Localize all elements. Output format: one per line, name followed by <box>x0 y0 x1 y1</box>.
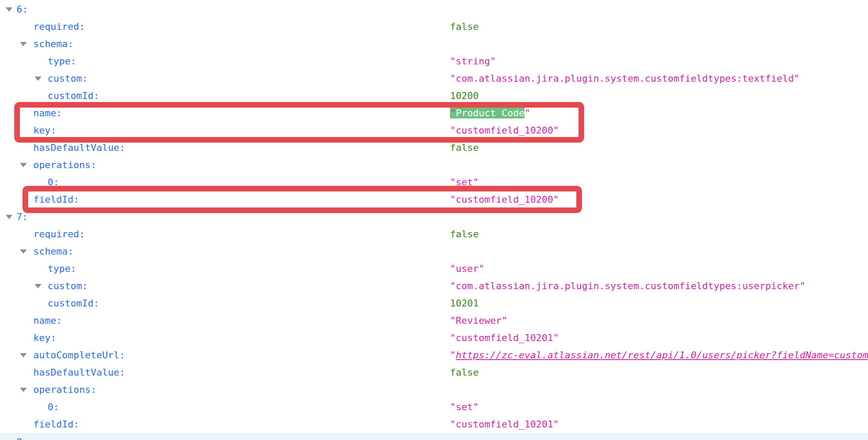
tree-row: schema: <box>0 35 868 53</box>
tree-row: type:"string" <box>0 53 868 70</box>
json-key: type: <box>48 263 76 274</box>
tree-row: name:"Reviewer" <box>0 312 868 329</box>
json-value: false <box>450 18 479 35</box>
tree-row: customId:10201 <box>0 295 868 312</box>
selected-text-highlight: "Product Code <box>450 108 524 118</box>
json-value: false <box>450 364 479 381</box>
json-value: false <box>450 139 479 156</box>
json-value: "Reviewer" <box>450 312 507 329</box>
json-key: schema: <box>33 246 74 257</box>
tree-row: schema: <box>0 243 868 260</box>
json-value: "string" <box>450 53 496 70</box>
collapse-arrow-icon[interactable] <box>6 7 13 12</box>
collapse-arrow-icon[interactable] <box>20 42 27 46</box>
json-value: "com.atlassian.jira.plugin.system.custom… <box>450 277 805 295</box>
json-key: key: <box>33 332 56 343</box>
json-value: "customfield_10201" <box>450 329 559 347</box>
tree-row: required:false <box>0 18 868 35</box>
json-value: "set" <box>450 399 479 416</box>
collapse-arrow-icon[interactable] <box>35 77 42 81</box>
json-key: 0: <box>48 177 59 188</box>
tree-row: key:"customfield_10200" <box>0 122 868 139</box>
json-value: "https://zc-eval.atlassian.net/rest/api/… <box>450 347 868 364</box>
tree-row: operations: <box>0 156 868 174</box>
json-key: customId: <box>48 90 99 101</box>
json-tree: 6:required:falseschema:type:"string"cust… <box>0 1 868 440</box>
json-key: custom: <box>48 73 88 84</box>
json-key: type: <box>48 56 76 67</box>
json-value: false <box>450 226 479 243</box>
tree-row: autoCompleteUrl:"https://zc-eval.atlassi… <box>0 347 868 364</box>
json-key: fieldId: <box>33 194 79 205</box>
json-key: 8: <box>16 437 28 440</box>
autocomplete-url-link[interactable]: https://zc-eval.atlassian.net/rest/api/1… <box>456 350 868 360</box>
collapse-arrow-icon[interactable] <box>20 163 27 167</box>
tree-row: 7: <box>0 208 868 226</box>
tree-row: operations: <box>0 381 868 399</box>
json-key: name: <box>33 315 62 326</box>
json-key: 0: <box>48 402 59 412</box>
tree-row: required:false <box>0 226 868 243</box>
tree-row: type:"user" <box>0 260 868 277</box>
json-key: key: <box>33 125 56 136</box>
tree-row: fieldId:"customfield_10201" <box>0 416 868 433</box>
json-key: operations: <box>33 384 96 395</box>
collapse-arrow-icon[interactable] <box>20 249 27 254</box>
json-value: "customfield_10201" <box>450 416 559 433</box>
collapse-arrow-icon[interactable] <box>35 284 42 288</box>
tree-row: 8: <box>0 433 868 440</box>
json-value: "user" <box>450 260 484 277</box>
tree-row: fieldId:"customfield_10200" <box>0 191 868 208</box>
tree-row: 0:"set" <box>0 174 868 191</box>
json-value: "set" <box>450 174 479 191</box>
json-value: "com.atlassian.jira.plugin.system.custom… <box>450 70 800 87</box>
json-value: "customfield_10200" <box>450 122 559 139</box>
json-key: hasDefaultValue: <box>33 142 125 153</box>
json-key: fieldId: <box>33 419 79 430</box>
tree-row: 0:"set" <box>0 399 868 416</box>
json-value: 10201 <box>450 295 479 312</box>
tree-row: name:"Product Code" <box>0 105 868 122</box>
json-key: operations: <box>33 159 96 170</box>
json-key: name: <box>33 108 62 118</box>
tree-row: hasDefaultValue:false <box>0 139 868 156</box>
json-key: required: <box>33 21 85 32</box>
tree-row: 6: <box>0 1 868 18</box>
json-key: 6: <box>16 4 28 15</box>
json-value: 10200 <box>450 87 479 105</box>
json-key: customId: <box>48 298 99 309</box>
collapse-arrow-icon[interactable] <box>20 388 27 392</box>
json-key: schema: <box>33 38 74 49</box>
collapse-arrow-icon[interactable] <box>6 215 13 219</box>
tree-row: hasDefaultValue:false <box>0 364 868 381</box>
json-key: autoCompleteUrl: <box>33 350 125 360</box>
tree-row: key:"customfield_10201" <box>0 329 868 347</box>
json-key: 7: <box>16 211 28 222</box>
json-value: "customfield_10200" <box>450 191 559 208</box>
json-key: required: <box>33 229 85 239</box>
json-key: custom: <box>48 281 88 291</box>
collapse-arrow-icon[interactable] <box>20 353 27 357</box>
tree-row: custom:"com.atlassian.jira.plugin.system… <box>0 70 868 87</box>
json-key: hasDefaultValue: <box>33 367 125 378</box>
tree-row: customId:10200 <box>0 87 868 105</box>
json-value: "Product Code" <box>450 105 530 122</box>
tree-row: custom:"com.atlassian.jira.plugin.system… <box>0 277 868 295</box>
